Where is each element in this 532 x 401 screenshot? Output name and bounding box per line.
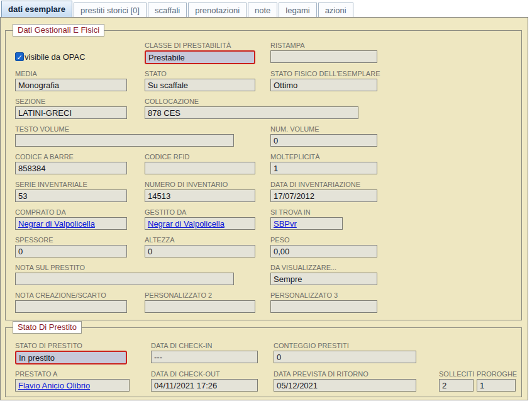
tab-azioni[interactable]: azioni [318,3,353,18]
data-di-check-in-input: --- [151,351,258,363]
classe-di-prestabilita-input[interactable]: Prestabile [145,50,255,64]
field-stato: STATO Su scaffale [145,70,255,91]
field-data-di-inventariazione: DATA DI INVENTARIAZIONE 17/07/2012 [270,181,377,202]
numero-di-inventario-input: 14513 [145,189,255,202]
tab-scaffali[interactable]: scaffali [148,3,187,18]
field-conteggio-prestiti: CONTEGGIO PRESTITI 0 [274,342,416,363]
field-molteplicita: MOLTEPLICITÀ 1 [270,153,377,174]
field-label: DATA DI CHECK-OUT [151,370,258,378]
field-collocazione: COLLOCAZIONE 878 CES [145,98,358,119]
field-codice-rfid: CODICE RFID [145,153,255,174]
field-si-trova-in: SI TROVA IN SBPvr [270,208,343,230]
data-di-inventariazione-input: 17/07/2012 [270,189,377,202]
stato-di-prestito-legend: Stato Di Prestito [13,321,82,334]
field-classe-di-prestabilita: CLASSE DI PRESTABILITÀ Prestabile [145,42,255,64]
prestato-a-link[interactable]: Flavio Anicio Olibrio [18,381,90,390]
field-label: CODICE RFID [145,153,255,161]
field-label: DATA PREVISTA DI RITORNO [274,370,416,378]
field-label: NOTA CREAZIONE/SCARTO [15,291,127,300]
tab-prenotazioni[interactable]: prenotazioni [188,3,247,18]
tab-prestiti-storici[interactable]: prestiti storici [0] [74,3,147,18]
proroghe-input: 1 [477,379,516,392]
field-gestito-da: GESTITO DA Negrar di Valpolicella [145,208,255,230]
field-ristampa: RISTAMPA [270,42,377,63]
opac-checkbox-label: visibile da OPAC [25,52,86,62]
stato-fisico-input: Ottimo [270,79,377,91]
codice-rfid-input [145,162,255,174]
field-data-di-check-in: DATA DI CHECK-IN --- [151,342,258,363]
data-prevista-di-ritorno-input: 05/12/2021 [274,379,416,392]
field-comprato-da: COMPRATO DA Negrar di Valpolicella [15,208,127,230]
stato-di-prestito-input[interactable]: In prestito [15,351,127,364]
data-di-check-out-input: 04/11/2021 17:26 [151,379,258,392]
tab-dati-esemplare[interactable]: dati esemplare [1,1,72,18]
prestato-a-box: Flavio Anicio Olibrio [15,379,130,392]
sezione-input: LATINI-GRECI [15,106,127,119]
si-trova-in-link[interactable]: SBPvr [274,219,297,229]
field-label: SOLLECITI [439,370,474,378]
peso-input: 0,00 [270,245,377,257]
field-data-di-check-out: DATA DI CHECK-OUT 04/11/2021 17:26 [151,370,258,392]
field-label: STATO DI PRESTITO [15,342,127,350]
field-label: PROROGHE [477,370,516,378]
field-label: PESO [270,236,377,244]
section-dati-gestionali: Dati Gestionali E Fisici ✓ visibile da O… [5,30,522,320]
field-label: ALTEZZA [145,236,255,244]
field-label: TESTO VOLUME [15,125,234,133]
field-media: MEDIA Monografia [15,70,127,91]
molteplicita-input: 1 [270,162,377,174]
opac-checkbox[interactable]: ✓ [15,52,24,61]
tab-legami[interactable]: legami [279,3,316,18]
field-label: PERSONALIZZATO 2 [145,291,255,300]
field-label: SEZIONE [15,98,127,106]
tab-note[interactable]: note [248,3,277,18]
section-stato-di-prestito: Stato Di Prestito STATO DI PRESTITO In p… [5,327,522,397]
dati-gestionali-legend: Dati Gestionali E Fisici [13,24,104,37]
field-label: STATO FISICO DELL'ESEMPLARE [270,70,377,78]
content-panel: Dati Gestionali E Fisici ✓ visibile da O… [0,17,528,400]
field-label: COMPRATO DA [15,208,127,217]
field-label: SERIE INVENTARIALE [15,181,127,189]
field-label: RISTAMPA [270,42,377,50]
ristampa-input [270,50,377,63]
nota-creazione-scarto-input [15,300,127,313]
field-personalizzato-2: PERSONALIZZATO 2 [145,291,255,313]
altezza-input: 0 [145,245,255,257]
opac-checkbox-row: ✓ visibile da OPAC [15,50,86,63]
field-altezza: ALTEZZA 0 [145,236,255,257]
field-sezione: SEZIONE LATINI-GRECI [15,98,127,119]
field-label: STATO [145,70,255,78]
conteggio-prestiti-input: 0 [274,351,416,363]
da-visualizzare-input: Sempre [270,273,377,285]
collocazione-input: 878 CES [145,106,358,119]
field-personalizzato-3: PERSONALIZZATO 3 [270,291,377,313]
field-stato-fisico: STATO FISICO DELL'ESEMPLARE Ottimo [270,70,377,91]
field-label: PRESTATO A [15,370,130,378]
field-label: DATA DI CHECK-IN [151,342,258,350]
num-volume-input: 0 [270,134,377,147]
field-label: CONTEGGIO PRESTITI [274,342,416,350]
solleciti-input: 2 [439,379,474,392]
field-prestato-a: PRESTATO A Flavio Anicio Olibrio [15,370,130,392]
field-spessore: SPESSORE 0 [15,236,127,257]
gestito-da-link[interactable]: Negrar di Valpolicella [148,219,224,229]
comprato-da-box: Negrar di Valpolicella [15,217,127,230]
field-label: PERSONALIZZATO 3 [270,291,377,300]
field-testo-volume: TESTO VOLUME [15,125,234,147]
testo-volume-input [15,134,234,147]
field-label: SI TROVA IN [270,208,343,217]
spessore-input: 0 [15,245,127,257]
field-label: DATA DI INVENTARIAZIONE [270,181,377,189]
field-peso: PESO 0,00 [270,236,377,257]
field-proroghe: PROROGHE 1 [477,370,516,392]
nota-sul-prestito-input [15,273,234,285]
gestito-da-box: Negrar di Valpolicella [145,217,255,230]
si-trova-in-box: SBPvr [270,217,343,230]
codice-a-barre-input: 858384 [15,162,127,174]
field-label: NUMERO DI INVENTARIO [145,181,255,189]
field-label: NOTA SUL PRESTITO [15,264,234,272]
field-label: MEDIA [15,70,127,78]
comprato-da-link[interactable]: Negrar di Valpolicella [18,219,95,229]
esemplare-page: dati esemplare prestiti storici [0] scaf… [0,0,532,401]
field-label: COLLOCAZIONE [145,98,358,106]
